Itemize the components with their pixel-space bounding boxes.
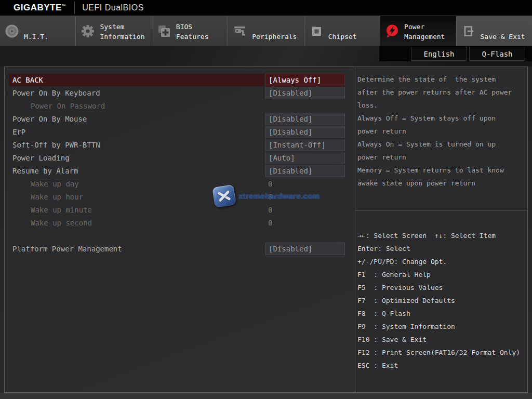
save-exit-icon — [461, 24, 476, 38]
tab-label: Features — [176, 32, 209, 42]
setting-value[interactable]: [Disabled] — [265, 165, 345, 177]
setting-label: Wake up second — [9, 217, 264, 229]
sub-bar: English Q-Flash — [0, 46, 532, 66]
setting-row-power-on-mouse[interactable]: Power On By Mouse [Disabled] — [5, 113, 355, 126]
tab-mit[interactable]: M.I.T. — [0, 16, 75, 46]
help-line: power return — [357, 151, 526, 164]
chipset-icon — [309, 24, 324, 38]
setting-value[interactable]: [Always Off] — [265, 74, 345, 86]
setting-label: Resume by Alarm — [9, 165, 264, 177]
key-legend: →←: Select Screen ↑↓: Select Item Enter:… — [355, 210, 527, 372]
help-line: after the power returns after AC power — [357, 86, 526, 99]
setting-label: Power On By Mouse — [9, 113, 264, 125]
tab-label: Save & Exit — [481, 32, 525, 42]
key-legend-line: ESC : Exit — [357, 359, 526, 372]
bottom-strip — [0, 393, 532, 399]
settings-panel: AC BACK [Always Off] Power On By Keyboar… — [4, 66, 355, 393]
language-button[interactable]: English — [411, 47, 467, 61]
tab-label: System — [100, 22, 144, 32]
key-legend-line: F5 : Previous Values — [357, 281, 526, 294]
setting-row-platform-power-management[interactable]: Platform Power Management [Disabled] — [5, 243, 355, 256]
help-line: power return — [357, 125, 526, 138]
item-help-text: Determine the state of the system after … — [355, 67, 527, 210]
tab-peripherals[interactable]: Peripherals — [228, 16, 303, 46]
key-legend-line: F9 : System Information — [357, 320, 526, 333]
key-legend-line: F10 : Save & Exit — [357, 333, 526, 346]
setting-label: Soft-Off by PWR-BTTN — [9, 139, 264, 151]
content-area: AC BACK [Always Off] Power On By Keyboar… — [4, 66, 528, 393]
key-legend-line: F1 : General Help — [357, 268, 526, 281]
setting-value: 0 — [268, 217, 272, 230]
setting-value[interactable]: [Auto] — [265, 152, 345, 164]
mit-dial-icon — [5, 24, 19, 38]
tab-label: Power — [404, 22, 445, 32]
watermark: xtremehardware.com — [214, 186, 320, 206]
titlebar-divider — [74, 2, 75, 14]
tab-power-management[interactable]: Power Management — [380, 16, 456, 46]
tab-bios-features[interactable]: BIOS Features — [152, 16, 228, 46]
bios-screen: GIGABYTE™ UEFI DualBIOS M.I.T. — [0, 0, 532, 399]
setting-label: Power On By Keyboard — [9, 87, 264, 99]
qflash-button[interactable]: Q-Flash — [469, 47, 525, 61]
setting-row-power-on-keyboard[interactable]: Power On By Keyboard [Disabled] — [5, 87, 355, 100]
settings-list: AC BACK [Always Off] Power On By Keyboar… — [5, 67, 355, 256]
help-line: loss. — [357, 99, 526, 112]
key-legend-line: F8 : Q-Flash — [357, 307, 526, 320]
tab-system-information[interactable]: System Information — [75, 16, 151, 46]
peripherals-plug-icon — [233, 24, 247, 38]
tab-bar: M.I.T. System Information — [0, 16, 532, 46]
setting-label: AC BACK — [9, 74, 264, 86]
tab-label: Information — [100, 32, 144, 42]
help-line: Always Off = System stays off upon — [357, 112, 526, 125]
key-legend-line: F7 : Optimized Defaults — [357, 294, 526, 307]
tab-label: M.I.T. — [24, 32, 48, 42]
trademark-symbol: ™ — [62, 4, 66, 8]
setting-value[interactable]: [Disabled] — [265, 87, 345, 99]
tab-label: Chipset — [328, 32, 357, 42]
help-line: Determine the state of the system — [357, 73, 526, 86]
key-legend-line: Enter: Select — [357, 242, 526, 255]
setting-value[interactable]: [Disabled] — [265, 113, 345, 125]
gigabyte-logo: GIGABYTE™ — [14, 3, 66, 13]
gear-icon — [81, 24, 95, 38]
key-legend-line: F12 : Print Screen(FAT16/32 Format Only) — [357, 346, 526, 359]
power-bolt-icon — [385, 24, 400, 38]
key-legend-line: →←: Select Screen ↑↓: Select Item — [357, 229, 526, 242]
setting-row-power-loading[interactable]: Power Loading [Auto] — [5, 152, 355, 165]
setting-label: Power Loading — [9, 152, 264, 164]
xtremehardware-logo-icon — [212, 184, 236, 208]
tab-label: Peripherals — [252, 32, 297, 42]
setting-value[interactable]: [Disabled] — [265, 243, 345, 255]
row-spacer — [5, 230, 355, 243]
setting-row-wake-up-second: Wake up second 0 — [5, 217, 355, 230]
tab-save-exit[interactable]: Save & Exit — [456, 16, 532, 46]
tab-label: BIOS — [176, 22, 209, 32]
help-panel: Determine the state of the system after … — [355, 66, 528, 393]
tab-label: Management — [404, 32, 445, 42]
chip-plus-icon — [157, 24, 171, 38]
key-legend-line: +/-/PU/PD: Change Opt. — [357, 255, 526, 268]
setting-row-ac-back[interactable]: AC BACK [Always Off] — [5, 74, 355, 87]
setting-row-erp[interactable]: ErP [Disabled] — [5, 126, 355, 139]
bios-title: UEFI DualBIOS — [82, 3, 144, 12]
setting-row-power-on-password: Power On Password — [5, 100, 355, 113]
help-line: Memory = System returns to last know — [357, 164, 526, 177]
setting-label: Platform Power Management — [9, 243, 264, 255]
help-line: Always On = System is turned on up — [357, 138, 526, 151]
setting-label: Power On Password — [9, 100, 264, 112]
setting-value[interactable]: [Instant-Off] — [265, 139, 345, 151]
watermark-text: xtremehardware.com — [238, 192, 320, 201]
setting-row-resume-by-alarm[interactable]: Resume by Alarm [Disabled] — [5, 165, 355, 178]
setting-value[interactable]: [Disabled] — [265, 126, 345, 138]
setting-row-soft-off[interactable]: Soft-Off by PWR-BTTN [Instant-Off] — [5, 139, 355, 152]
tab-chipset[interactable]: Chipset — [304, 16, 380, 46]
help-line: awake state upon power return — [357, 177, 526, 190]
setting-label: ErP — [9, 126, 264, 138]
title-bar: GIGABYTE™ UEFI DualBIOS — [0, 0, 532, 16]
